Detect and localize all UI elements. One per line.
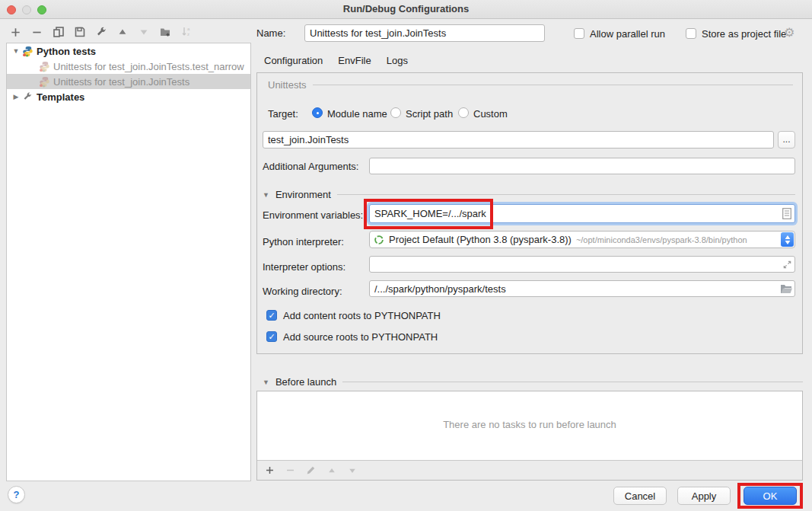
allow-parallel-run-checkbox[interactable]: [574, 28, 584, 39]
add-source-roots-checkbox[interactable]: ✓: [266, 331, 277, 342]
environment-section-header[interactable]: ▼ Environment: [263, 189, 795, 200]
environment-variables-label: Environment variables:: [263, 209, 363, 221]
sort-configurations-icon: az: [180, 26, 193, 39]
svg-text:z: z: [187, 32, 189, 37]
add-content-roots-label: Add content roots to PYTHONPATH: [283, 310, 441, 321]
environment-section-title: Environment: [275, 189, 331, 200]
edit-templates-wrench-icon[interactable]: [94, 26, 107, 39]
environment-variables-input[interactable]: [369, 204, 795, 223]
move-down-icon: [137, 26, 150, 39]
tree-item-templates[interactable]: ▶ Templates: [7, 89, 250, 104]
additional-arguments-label: Additional Arguments:: [263, 161, 358, 172]
chevron-down-icon[interactable]: ▼: [11, 47, 21, 55]
python-tests-icon: [22, 46, 33, 57]
store-as-project-file-label: Store as project file: [702, 28, 786, 40]
dropdown-stepper-icon[interactable]: [781, 232, 794, 247]
svg-text:a: a: [187, 27, 190, 31]
target-input[interactable]: [263, 131, 774, 149]
configuration-tabs: Configuration EnvFile Logs: [256, 50, 416, 75]
tree-item-unittests-test-narrow[interactable]: Unittests for test_join.JoinTests.test_n…: [7, 59, 250, 74]
unittests-group-title: Unittests: [268, 79, 307, 91]
chevron-right-icon[interactable]: ▶: [11, 93, 21, 101]
help-button[interactable]: ?: [8, 486, 25, 503]
add-task-icon[interactable]: [263, 464, 276, 477]
target-label: Target:: [268, 108, 298, 120]
add-source-roots-label: Add source roots to PYTHONPATH: [283, 331, 438, 343]
radio-module-name[interactable]: [312, 107, 323, 118]
python-interpreter-path: ~/opt/miniconda3/envs/pyspark-3.8/bin/py…: [576, 235, 747, 244]
radio-custom[interactable]: [458, 107, 469, 118]
tree-item-label: Python tests: [37, 46, 96, 57]
tree-item-unittests-jointests-selected[interactable]: Unittests for test_join.JoinTests: [7, 74, 250, 89]
title-bar: Run/Debug Configurations: [0, 0, 812, 19]
browse-target-button[interactable]: ...: [778, 131, 795, 149]
remove-task-icon: [284, 464, 297, 477]
divider: [337, 194, 795, 195]
before-launch-section-header[interactable]: ▼ Before launch: [263, 376, 803, 388]
remove-configuration-icon[interactable]: [30, 26, 43, 39]
allow-parallel-run-label: Allow parallel run: [590, 28, 665, 40]
window-title: Run/Debug Configurations: [0, 3, 812, 14]
divider: [342, 382, 803, 382]
move-up-icon[interactable]: [116, 26, 129, 39]
unittests-group-header: Unittests: [268, 79, 793, 91]
name-label: Name:: [256, 27, 285, 39]
create-folder-icon[interactable]: [158, 26, 171, 39]
configurations-toolbar: az: [9, 24, 193, 40]
gear-icon[interactable]: ⚙: [784, 25, 794, 40]
apply-button[interactable]: Apply: [677, 487, 731, 505]
working-directory-input[interactable]: [369, 280, 795, 297]
tree-item-label: Unittests for test_join.JoinTests.test_n…: [53, 61, 244, 72]
tree-item-label: Templates: [37, 91, 84, 103]
save-configuration-icon[interactable]: [73, 26, 86, 39]
chevron-down-icon[interactable]: ▼: [263, 378, 269, 386]
copy-configuration-icon[interactable]: [52, 26, 65, 39]
interpreter-options-label: Interpreter options:: [263, 261, 345, 273]
radio-custom-label: Custom: [473, 108, 508, 120]
cancel-button[interactable]: Cancel: [613, 487, 667, 505]
before-launch-section-title: Before launch: [275, 376, 336, 388]
edit-environment-variables-icon[interactable]: [781, 207, 793, 220]
tree-item-label: Unittests for test_join.JoinTests: [53, 76, 189, 88]
run-debug-configurations-dialog: Run/Debug Configurations az: [0, 0, 812, 511]
add-configuration-icon[interactable]: [9, 26, 22, 39]
chevron-down-icon[interactable]: ▼: [263, 191, 269, 199]
conda-environment-icon: [374, 235, 384, 245]
additional-arguments-input[interactable]: [369, 158, 795, 174]
add-content-roots-checkbox[interactable]: ✓: [266, 310, 277, 321]
ok-button[interactable]: OK: [744, 487, 797, 505]
edit-task-pencil-icon: [304, 464, 317, 477]
python-interpreter-select[interactable]: Project Default (Python 3.8 (pyspark-3.8…: [369, 231, 795, 248]
divider: [313, 85, 793, 85]
python-interpreter-value: Project Default (Python 3.8 (pyspark-3.8…: [389, 234, 572, 245]
expand-field-icon[interactable]: [781, 258, 793, 270]
tab-logs[interactable]: Logs: [379, 50, 416, 75]
python-test-config-icon: [39, 76, 50, 88]
radio-script-path-label: Script path: [406, 108, 453, 120]
python-test-config-icon: [39, 61, 50, 72]
before-launch-empty-text: There are no tasks to run before launch: [257, 419, 802, 430]
before-launch-toolbar: [263, 464, 358, 477]
tab-envfile[interactable]: EnvFile: [330, 50, 378, 75]
before-launch-task-list[interactable]: There are no tasks to run before launch: [257, 391, 802, 461]
name-input[interactable]: [304, 24, 545, 42]
radio-script-path[interactable]: [390, 107, 401, 118]
browse-folder-icon[interactable]: [779, 283, 793, 295]
move-task-down-icon: [345, 464, 358, 477]
radio-module-name-label: Module name: [327, 108, 387, 120]
python-interpreter-label: Python interpreter:: [263, 236, 344, 248]
configurations-tree: ▼ Python tests Unittests for test_join.J…: [6, 43, 251, 481]
interpreter-options-input[interactable]: [369, 256, 795, 273]
before-launch-panel: There are no tasks to run before launch: [256, 391, 803, 481]
move-task-up-icon: [325, 464, 338, 477]
store-as-project-file-checkbox[interactable]: [686, 28, 696, 39]
working-directory-label: Working directory:: [263, 286, 342, 297]
templates-wrench-icon: [22, 91, 33, 103]
tab-configuration[interactable]: Configuration: [256, 50, 330, 75]
tree-item-python-tests[interactable]: ▼ Python tests: [7, 43, 250, 59]
